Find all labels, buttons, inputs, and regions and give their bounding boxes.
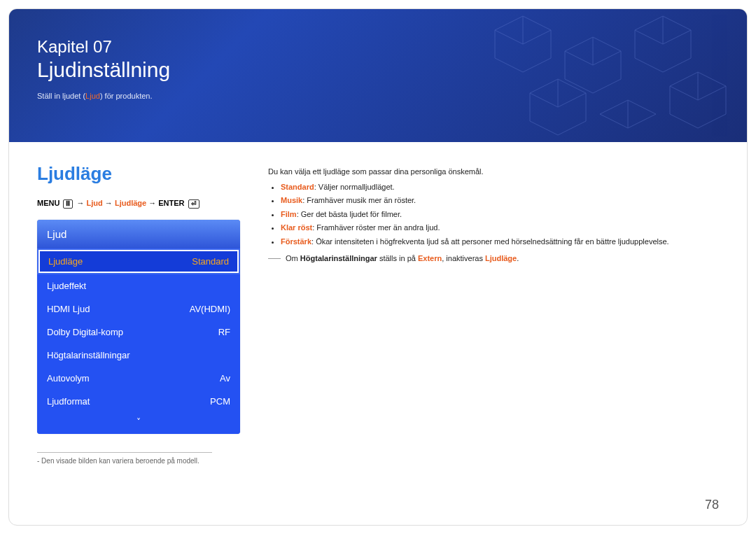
chevron-down-icon[interactable]: ˅: [37, 413, 240, 434]
list-item: Förstärk: Ökar intensiteten i högfrekven…: [281, 236, 719, 248]
menu-value: Av: [220, 373, 230, 384]
left-column: Ljudläge MENU Ⅲ → Ljud → Ljudläge → ENTE…: [37, 163, 247, 465]
menu-row-dolby[interactable]: Dolby Digital-komp RF: [37, 321, 240, 344]
menu-row-autovolym[interactable]: Autovolym Av: [37, 367, 240, 390]
menu-value: AV(HDMI): [190, 304, 230, 314]
menu-label: Dolby Digital-komp: [47, 327, 123, 337]
mode-list: Standard: Väljer normalljudläget. Musik:…: [268, 181, 719, 248]
osd-menu-panel: Ljud Ljudläge Standard Ljudeffekt HDMI L…: [37, 220, 240, 434]
menu-value: RF: [218, 327, 230, 337]
menu-row-ljudformat[interactable]: Ljudformat PCM: [37, 390, 240, 413]
menu-label: Ljudläge: [48, 256, 83, 267]
page-number: 78: [705, 498, 719, 512]
menu-value: PCM: [210, 396, 230, 407]
menu-value: Standard: [192, 256, 229, 267]
breadcrumb: MENU Ⅲ → Ljud → Ljudläge → ENTER ⏎: [37, 199, 247, 209]
footnote: - Den visade bilden kan variera beroende…: [37, 452, 212, 465]
osd-menu-header: Ljud: [37, 220, 240, 248]
chapter-hero: Kapitel 07 Ljudinställning Ställ in ljud…: [9, 9, 747, 142]
dash-icon: [268, 258, 281, 259]
menu-row-ljudeffekt[interactable]: Ljudeffekt: [37, 274, 240, 297]
menu-icon: Ⅲ: [63, 199, 73, 209]
list-item: Musik: Framhäver musik mer än röster.: [281, 195, 719, 207]
menu-label: Ljudformat: [47, 396, 90, 407]
menu-row-ljudlage[interactable]: Ljudläge Standard: [38, 250, 239, 273]
list-item: Standard: Väljer normalljudläget.: [281, 181, 719, 194]
description-column: Du kan välja ett ljudläge som passar din…: [268, 163, 719, 465]
list-item: Film: Ger det bästa ljudet för filmer.: [281, 209, 719, 221]
section-title: Ljudläge: [37, 163, 247, 185]
menu-label: HDMI Ljud: [47, 304, 90, 314]
cube-pattern: [453, 9, 747, 142]
intro-text: Du kan välja ett ljudläge som passar din…: [268, 166, 719, 178]
content-area: Ljudläge MENU Ⅲ → Ljud → Ljudläge → ENTE…: [9, 142, 747, 479]
page: Kapitel 07 Ljudinställning Ställ in ljud…: [8, 8, 748, 526]
menu-label: Ljudeffekt: [47, 281, 86, 291]
enter-icon: ⏎: [188, 199, 200, 209]
menu-label: Högtalarinställningar: [47, 350, 130, 360]
list-item: Klar röst: Framhäver röster mer än andra…: [281, 222, 719, 234]
menu-label: Autovolym: [47, 373, 90, 384]
menu-row-speaker[interactable]: Högtalarinställningar: [37, 344, 240, 367]
note-line: Om Högtalarinställningar ställs in på Ex…: [268, 253, 719, 265]
menu-row-hdmi[interactable]: HDMI Ljud AV(HDMI): [37, 297, 240, 321]
